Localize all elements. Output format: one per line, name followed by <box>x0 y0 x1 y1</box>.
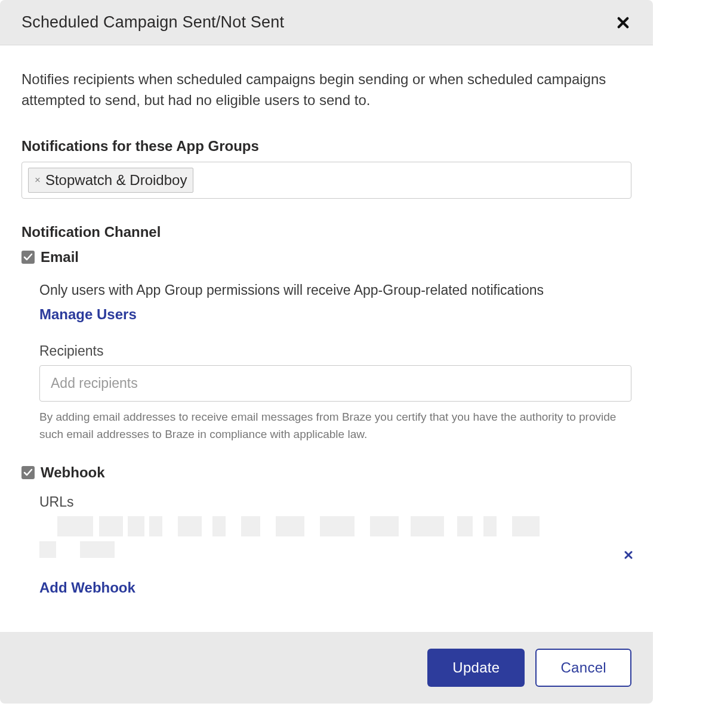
update-button[interactable]: Update <box>427 649 525 687</box>
remove-webhook-icon[interactable] <box>622 548 633 559</box>
webhook-url-redacted <box>39 516 631 558</box>
recipients-input[interactable] <box>39 365 631 402</box>
recipients-label: Recipients <box>39 343 631 359</box>
email-checkbox[interactable] <box>21 251 35 264</box>
email-section: Only users with App Group permissions wi… <box>21 280 631 443</box>
webhook-checkbox[interactable] <box>21 466 35 479</box>
recipients-note: By adding email addresses to receive ema… <box>39 409 631 443</box>
dialog-header: Scheduled Campaign Sent/Not Sent <box>0 0 653 45</box>
webhook-checkbox-row: Webhook <box>21 464 631 481</box>
app-groups-label: Notifications for these App Groups <box>21 138 631 155</box>
email-helper-text: Only users with App Group permissions wi… <box>39 280 631 301</box>
cancel-button[interactable]: Cancel <box>535 649 631 687</box>
add-webhook-link[interactable]: Add Webhook <box>39 579 135 596</box>
notification-channel-label: Notification Channel <box>21 224 631 240</box>
webhook-label: Webhook <box>41 464 105 481</box>
urls-label: URLs <box>39 494 631 510</box>
close-icon[interactable] <box>615 14 631 31</box>
app-group-tag: × Stopwatch & Droidboy <box>28 168 193 193</box>
email-checkbox-row: Email <box>21 249 631 266</box>
app-groups-input[interactable]: × Stopwatch & Droidboy <box>21 162 631 199</box>
webhook-body: URLs <box>21 494 631 596</box>
dialog-description: Notifies recipients when scheduled campa… <box>21 69 631 111</box>
dialog-body: Notifies recipients when scheduled campa… <box>0 45 653 632</box>
dialog-footer: Update Cancel <box>0 632 653 704</box>
dialog: Scheduled Campaign Sent/Not Sent Notifie… <box>0 0 653 704</box>
dialog-title: Scheduled Campaign Sent/Not Sent <box>21 13 284 32</box>
manage-users-link[interactable]: Manage Users <box>39 306 137 323</box>
app-group-tag-label: Stopwatch & Droidboy <box>45 172 187 189</box>
webhook-section: Webhook URLs <box>21 464 631 596</box>
email-label: Email <box>41 249 79 266</box>
remove-tag-icon[interactable]: × <box>35 175 41 185</box>
